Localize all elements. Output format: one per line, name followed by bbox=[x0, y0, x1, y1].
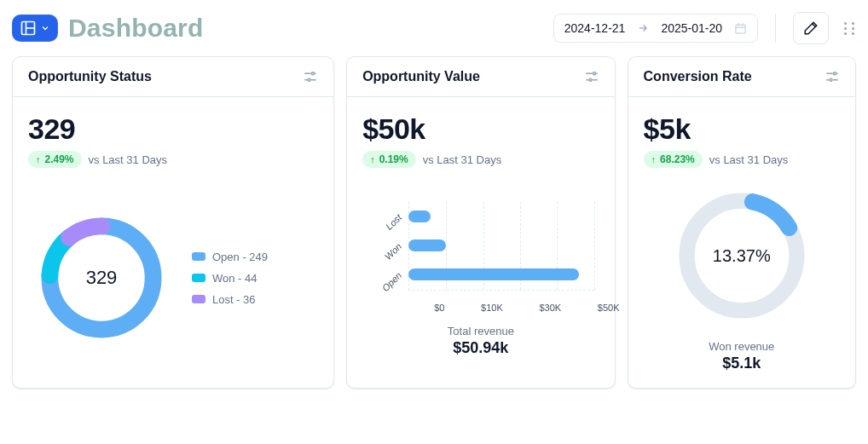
arrow-right-icon bbox=[637, 22, 649, 34]
delta-badge: ↑2.49% bbox=[28, 151, 82, 168]
metric-value: $50k bbox=[362, 112, 599, 146]
swatch-won bbox=[192, 274, 205, 282]
status-legend: Open - 249 Won - 44 Lost - 36 bbox=[192, 251, 268, 306]
svg-point-2 bbox=[312, 72, 315, 75]
divider bbox=[775, 14, 776, 43]
footer-caption: Won revenue bbox=[709, 340, 774, 353]
svg-point-8 bbox=[589, 78, 592, 81]
svg-point-9 bbox=[833, 72, 836, 75]
footer-value: $5.1k bbox=[709, 355, 774, 372]
metric-value: 329 bbox=[28, 112, 318, 146]
card-title: Opportunity Status bbox=[28, 69, 152, 84]
panels-icon bbox=[20, 20, 37, 37]
svg-point-3 bbox=[308, 78, 310, 81]
settings-sliders-icon[interactable] bbox=[303, 69, 318, 84]
compare-label: vs Last 31 Days bbox=[423, 153, 502, 166]
card-title: Conversion Rate bbox=[644, 69, 752, 84]
chevron-down-icon bbox=[40, 23, 50, 33]
compare-label: vs Last 31 Days bbox=[709, 153, 789, 166]
value-bar-chart: Lost Won Open bbox=[362, 199, 599, 301]
arrow-up-icon: ↑ bbox=[36, 154, 41, 164]
card-opportunity-status: Opportunity Status 329 ↑2.49% vs Last 31… bbox=[12, 56, 334, 389]
footer-value: $50.94k bbox=[448, 339, 514, 357]
footer-caption: Total revenue bbox=[448, 325, 514, 337]
pencil-icon bbox=[803, 20, 819, 36]
donut-center-value: 329 bbox=[33, 210, 170, 346]
metric-value: $5k bbox=[644, 112, 840, 146]
conversion-gauge: 13.37% bbox=[669, 183, 814, 328]
gauge-center-value: 13.37% bbox=[669, 183, 814, 328]
x-axis-labels: $0 $10K $30K $50K bbox=[434, 303, 619, 313]
date-end: 2025-01-20 bbox=[661, 21, 722, 35]
delta-badge: ↑0.19% bbox=[362, 151, 416, 168]
card-conversion-rate: Conversion Rate $5k ↑68.23% vs Last 31 D… bbox=[628, 56, 856, 389]
delta-badge: ↑68.23% bbox=[644, 151, 703, 168]
date-range-picker[interactable]: 2024-12-21 2025-01-20 bbox=[553, 14, 758, 43]
date-start: 2024-12-21 bbox=[564, 21, 626, 35]
card-title: Opportunity Value bbox=[362, 69, 480, 84]
arrow-up-icon: ↑ bbox=[370, 154, 375, 164]
calendar-icon bbox=[734, 22, 747, 35]
layout-picker-button[interactable] bbox=[12, 14, 58, 42]
drag-handle[interactable] bbox=[844, 22, 856, 35]
edit-button[interactable] bbox=[793, 12, 829, 44]
settings-sliders-icon[interactable] bbox=[825, 69, 840, 84]
swatch-open bbox=[192, 252, 205, 261]
card-opportunity-value: Opportunity Value $50k ↑0.19% vs Last 31… bbox=[346, 56, 615, 389]
settings-sliders-icon[interactable] bbox=[584, 69, 599, 84]
svg-point-7 bbox=[593, 72, 595, 75]
svg-rect-1 bbox=[736, 25, 745, 33]
compare-label: vs Last 31 Days bbox=[89, 153, 168, 166]
status-donut-chart: 329 bbox=[33, 210, 170, 346]
swatch-lost bbox=[192, 295, 205, 303]
page-title: Dashboard bbox=[68, 14, 204, 43]
arrow-up-icon: ↑ bbox=[651, 154, 657, 164]
svg-point-10 bbox=[830, 78, 832, 81]
